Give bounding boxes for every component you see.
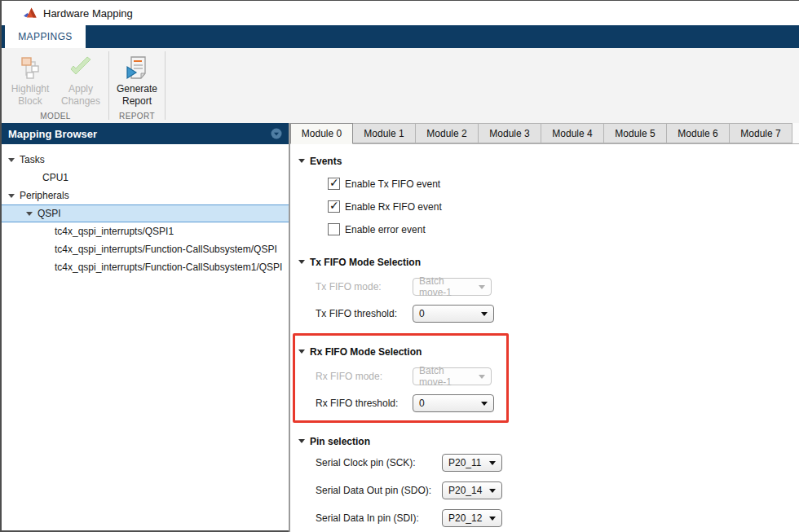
generate-report-icon <box>124 55 150 81</box>
section-header-tx-fifo: Tx FIFO Mode Selection <box>298 256 799 268</box>
expand-arrow-icon[interactable] <box>8 194 15 198</box>
apply-changes-button[interactable]: Apply Changes <box>55 53 106 108</box>
sck-pin-dropdown[interactable]: P20_11 <box>442 454 502 472</box>
sdo-pin-row: Serial Data Out pin (SDO): P20_14 <box>316 481 799 499</box>
matlab-logo-icon <box>24 7 38 20</box>
checkbox-row: Enable Tx FIFO event <box>328 178 799 190</box>
title-bar: Hardware Mapping <box>2 1 799 25</box>
ribbon-toolbar: Highlight Block Apply Changes MODEL <box>2 48 799 123</box>
dropdown-value: Batch move-1 <box>419 365 474 388</box>
expand-arrow-icon[interactable] <box>8 158 15 162</box>
expand-arrow-icon[interactable] <box>26 212 33 216</box>
dropdown-value: Batch move-1 <box>419 275 474 298</box>
chevron-down-icon <box>481 312 488 316</box>
tab-module-5[interactable]: Module 5 <box>604 123 667 143</box>
sck-pin-row: Serial Clock pin (SCK): P20_11 <box>316 454 799 472</box>
section-title: Tx FIFO Mode Selection <box>310 257 421 268</box>
generate-report-button[interactable]: Generate Report <box>112 53 162 108</box>
tree-label: tc4x_qspi_interrupts/Function-CallSubsys… <box>55 244 277 255</box>
highlight-block-icon <box>17 55 43 81</box>
tree-item-tasks[interactable]: Tasks <box>2 151 289 169</box>
collapse-arrow-icon[interactable] <box>298 439 305 443</box>
tree-item-fc-subsystem1-qspi[interactable]: tc4x_qspi_interrupts/Function-CallSubsys… <box>2 258 289 276</box>
ribbon-tab-strip: MAPPINGS <box>2 25 799 48</box>
rx-fifo-threshold-dropdown[interactable]: 0 <box>413 394 494 412</box>
dropdown-value: P20_12 <box>448 512 484 524</box>
tree-item-qspi1-block[interactable]: tc4x_qspi_interrupts/QSPI1 <box>2 222 289 240</box>
tree-label: Peripherals <box>20 190 69 201</box>
collapse-arrow-icon[interactable] <box>298 159 305 163</box>
dropdown-value: 0 <box>419 308 476 319</box>
highlight-block-button[interactable]: Highlight Block <box>5 53 55 108</box>
sck-pin-label: Serial Clock pin (SCK): <box>316 457 442 468</box>
section-title: Pin selection <box>310 436 370 447</box>
section-title: Rx FIFO Mode Selection <box>310 346 422 358</box>
tx-fifo-threshold-row: Tx FIFO threshold: 0 <box>316 305 799 323</box>
chevron-down-icon <box>479 375 485 379</box>
tree-item-peripherals[interactable]: Peripherals <box>2 187 289 204</box>
tx-fifo-mode-label: Tx FIFO mode: <box>316 281 413 292</box>
rx-fifo-threshold-label: Rx FIFO threshold: <box>316 398 413 409</box>
enable-rx-fifo-event-checkbox[interactable] <box>328 200 340 213</box>
sdo-pin-label: Serial Data Out pin (SDO): <box>316 485 442 496</box>
chevron-down-icon <box>489 517 496 521</box>
tree-item-qspi[interactable]: QSPI <box>2 204 289 222</box>
collapse-arrow-icon[interactable] <box>298 260 305 264</box>
module-tab-strip: Module 0 Module 1 Module 2 Module 3 Modu… <box>290 123 799 144</box>
tab-module-1[interactable]: Module 1 <box>353 123 416 143</box>
tab-module-2[interactable]: Module 2 <box>416 123 479 143</box>
tree-item-cpu1[interactable]: CPU1 <box>2 169 289 187</box>
toolbar-divider <box>108 51 109 120</box>
tab-module-6[interactable]: Module 6 <box>667 123 730 143</box>
tx-fifo-mode-dropdown[interactable]: Batch move-1 <box>413 278 492 296</box>
mapping-browser-panel: Mapping Browser Tasks CPU1 Peripherals <box>2 123 289 532</box>
tree-label: QSPI <box>38 208 61 219</box>
collapse-arrow-icon[interactable] <box>298 350 305 354</box>
tab-module-4[interactable]: Module 4 <box>541 123 604 143</box>
module-config-panel: Module 0 Module 1 Module 2 Module 3 Modu… <box>290 123 799 532</box>
chevron-down-icon <box>489 489 496 493</box>
dropdown-value: P20_14 <box>448 485 484 496</box>
apply-changes-icon <box>68 55 94 81</box>
tool-label: Generate Report <box>112 83 162 108</box>
rx-fifo-mode-dropdown[interactable]: Batch move-1 <box>413 367 492 385</box>
chevron-down-icon <box>489 461 496 465</box>
enable-tx-fifo-event-checkbox[interactable] <box>328 178 340 190</box>
section-header-events: Events <box>298 155 799 167</box>
checkbox-label: Enable error event <box>345 224 426 235</box>
tx-fifo-threshold-dropdown[interactable]: 0 <box>413 305 494 323</box>
section-header-pin-selection: Pin selection <box>298 435 799 447</box>
tab-module-0[interactable]: Module 0 <box>290 123 353 144</box>
chevron-down-circle-icon[interactable] <box>271 128 282 139</box>
tree-label: tc4x_qspi_interrupts/Function-CallSubsys… <box>55 262 282 273</box>
tab-module-7[interactable]: Module 7 <box>730 123 792 143</box>
tx-fifo-threshold-label: Tx FIFO threshold: <box>316 308 413 319</box>
module-settings-content: Events Enable Tx FIFO event Enable Rx FI… <box>290 144 799 532</box>
rx-fifo-threshold-row: Rx FIFO threshold: 0 <box>316 394 799 412</box>
chevron-down-icon <box>481 402 488 406</box>
panel-title: Mapping Browser <box>8 128 97 140</box>
dropdown-value: 0 <box>419 398 476 409</box>
sdi-pin-label: Serial Data In pin (SDI): <box>316 512 442 524</box>
sdi-pin-row: Serial Data In pin (SDI): P20_12 <box>316 509 799 527</box>
mapping-browser-header: Mapping Browser <box>2 123 289 144</box>
dropdown-value: P20_11 <box>448 457 484 468</box>
tab-module-3[interactable]: Module 3 <box>479 123 541 143</box>
toolbar-group-label-report: REPORT <box>112 112 162 123</box>
toolbar-divider <box>165 51 166 120</box>
enable-error-event-checkbox[interactable] <box>328 223 340 235</box>
section-pin-selection: Pin selection Serial Clock pin (SCK): P2… <box>298 435 799 527</box>
tree-label: Tasks <box>20 154 45 165</box>
tab-mappings[interactable]: MAPPINGS <box>5 25 86 48</box>
section-events: Events Enable Tx FIFO event Enable Rx FI… <box>298 155 799 235</box>
tree-label: tc4x_qspi_interrupts/QSPI1 <box>55 226 174 237</box>
sdo-pin-dropdown[interactable]: P20_14 <box>442 481 502 499</box>
tree-label: CPU1 <box>42 172 68 183</box>
section-tx-fifo: Tx FIFO Mode Selection Tx FIFO mode: Bat… <box>298 256 799 323</box>
rx-fifo-mode-label: Rx FIFO mode: <box>316 371 413 382</box>
tree-item-fc-subsystem-qspi[interactable]: tc4x_qspi_interrupts/Function-CallSubsys… <box>2 240 289 258</box>
checkbox-label: Enable Rx FIFO event <box>345 201 442 213</box>
window-title: Hardware Mapping <box>43 7 133 20</box>
tx-fifo-mode-row: Tx FIFO mode: Batch move-1 <box>316 278 799 296</box>
sdi-pin-dropdown[interactable]: P20_12 <box>442 509 502 527</box>
